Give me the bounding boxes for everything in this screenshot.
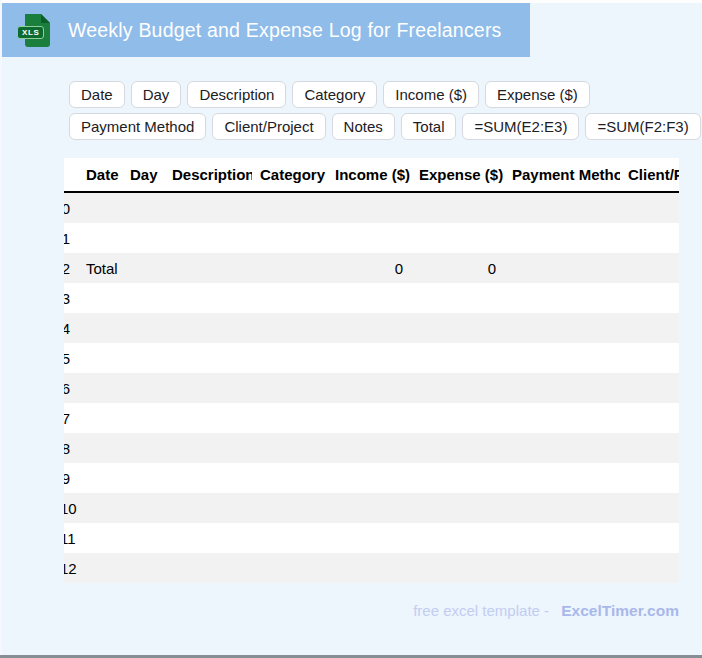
table-cell xyxy=(122,373,164,403)
row-index-cell: 2 xyxy=(64,253,78,283)
row-index-cell: 5 xyxy=(64,343,78,373)
footer: free excel template - ExcelTimer.com xyxy=(413,602,679,620)
table-cell xyxy=(411,463,504,493)
table-row: 12 xyxy=(64,553,679,583)
table-cell xyxy=(620,253,679,283)
footer-brand-link[interactable]: ExcelTimer.com xyxy=(561,602,679,619)
table-cell xyxy=(164,553,252,583)
table-cell xyxy=(252,313,327,343)
table-cell xyxy=(411,373,504,403)
table-cell xyxy=(620,493,679,523)
table-cell xyxy=(252,523,327,553)
table-cell xyxy=(78,373,122,403)
column-header: Category xyxy=(252,158,327,192)
table-cell xyxy=(411,343,504,373)
chip-sum-e2-e3[interactable]: =SUM(E2:E3) xyxy=(462,113,579,140)
table-cell xyxy=(620,463,679,493)
table-cell xyxy=(78,463,122,493)
chip-date[interactable]: Date xyxy=(69,81,125,108)
table-cell xyxy=(411,313,504,343)
table-cell xyxy=(411,403,504,433)
table-cell xyxy=(411,223,504,253)
table-cell xyxy=(252,223,327,253)
table-cell xyxy=(411,192,504,223)
chip-expense[interactable]: Expense ($) xyxy=(485,81,590,108)
table-cell xyxy=(164,463,252,493)
table-cell xyxy=(164,313,252,343)
table-cell xyxy=(327,463,411,493)
table-cell xyxy=(327,403,411,433)
table-cell xyxy=(78,283,122,313)
table-cell xyxy=(122,223,164,253)
table-cell xyxy=(620,553,679,583)
table-cell xyxy=(327,523,411,553)
chip-sum-f2-f3[interactable]: =SUM(F2:F3) xyxy=(585,113,700,140)
table-cell xyxy=(252,343,327,373)
column-header: Payment Method xyxy=(504,158,620,192)
table-cell xyxy=(78,553,122,583)
table-cell xyxy=(327,493,411,523)
page: XLS Weekly Budget and Expense Log for Fr… xyxy=(0,0,702,658)
row-index-cell: 1 xyxy=(64,223,78,253)
row-index-cell: 12 xyxy=(64,553,78,583)
chip-notes[interactable]: Notes xyxy=(332,113,395,140)
table-header-row: DateDayDescriptionCategoryIncome ($)Expe… xyxy=(64,158,679,192)
column-header: Day xyxy=(122,158,164,192)
chip-income[interactable]: Income ($) xyxy=(383,81,479,108)
table-cell xyxy=(164,433,252,463)
row-index-cell: 6 xyxy=(64,373,78,403)
table-cell xyxy=(327,283,411,313)
chip-description[interactable]: Description xyxy=(187,81,286,108)
table-cell xyxy=(164,192,252,223)
table-cell xyxy=(620,523,679,553)
table-cell xyxy=(620,223,679,253)
table-cell xyxy=(78,523,122,553)
table-cell xyxy=(122,343,164,373)
table-cell xyxy=(122,403,164,433)
table-cell xyxy=(78,223,122,253)
table-cell xyxy=(122,192,164,223)
table-cell xyxy=(252,403,327,433)
table-cell: 0 xyxy=(327,253,411,283)
table-cell xyxy=(164,493,252,523)
table-cell xyxy=(411,553,504,583)
table-row: 9 xyxy=(64,463,679,493)
table-cell xyxy=(252,463,327,493)
table-cell xyxy=(504,223,620,253)
table-cell xyxy=(504,403,620,433)
table-row: 3 xyxy=(64,283,679,313)
table-cell xyxy=(164,403,252,433)
table-cell xyxy=(78,403,122,433)
table-cell xyxy=(78,343,122,373)
chip-client-project[interactable]: Client/Project xyxy=(212,113,325,140)
header-banner: XLS Weekly Budget and Expense Log for Fr… xyxy=(2,3,530,57)
table-row: 4 xyxy=(64,313,679,343)
table-cell xyxy=(411,523,504,553)
chip-category[interactable]: Category xyxy=(292,81,377,108)
row-index-cell: 11 xyxy=(64,523,78,553)
chip-total[interactable]: Total xyxy=(401,113,457,140)
table-cell: Total xyxy=(78,253,122,283)
table-cell xyxy=(620,433,679,463)
chip-payment-method[interactable]: Payment Method xyxy=(69,113,206,140)
table-cell xyxy=(620,343,679,373)
table-cell xyxy=(122,553,164,583)
table-cell xyxy=(327,433,411,463)
table-cell xyxy=(327,192,411,223)
table-cell: 0 xyxy=(411,253,504,283)
row-index-cell: 4 xyxy=(64,313,78,343)
table-cell xyxy=(504,192,620,223)
table-cell xyxy=(122,433,164,463)
row-index-cell: 9 xyxy=(64,463,78,493)
table-row: 10 xyxy=(64,493,679,523)
table-cell xyxy=(504,553,620,583)
chip-day[interactable]: Day xyxy=(131,81,182,108)
table-row: 1 xyxy=(64,223,679,253)
row-index-cell: 3 xyxy=(64,283,78,313)
footer-text: free excel template - xyxy=(413,602,549,619)
table-cell xyxy=(78,433,122,463)
table-row: 7 xyxy=(64,403,679,433)
spreadsheet-preview: DateDayDescriptionCategoryIncome ($)Expe… xyxy=(64,158,679,583)
column-header: Date xyxy=(78,158,122,192)
table-cell xyxy=(504,463,620,493)
